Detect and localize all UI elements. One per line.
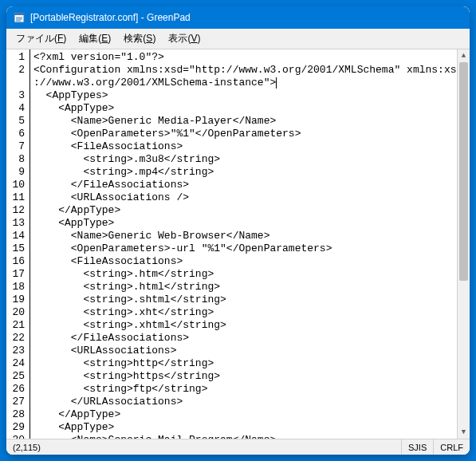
code-line[interactable]: </FileAssociations>: [33, 179, 454, 191]
line-number: 9: [10, 166, 25, 179]
app-icon: [13, 11, 26, 24]
code-line[interactable]: <AppType>: [33, 421, 454, 434]
line-number: 15: [10, 242, 25, 255]
line-number: 21: [10, 319, 25, 332]
menu-file[interactable]: ファイル(F): [10, 30, 73, 47]
line-number: 28: [10, 408, 25, 421]
menu-search[interactable]: 検索(S): [117, 30, 162, 47]
code-line[interactable]: <string>.xht</string>: [33, 306, 454, 319]
editor[interactable]: 1234567891011121314151617181920212223242…: [6, 49, 470, 439]
line-number: 24: [10, 357, 25, 370]
status-cursor-position: (2,115): [6, 439, 402, 455]
code-line[interactable]: </AppType>: [33, 204, 454, 217]
line-number: 25: [10, 370, 25, 383]
code-line[interactable]: </AppType>: [33, 408, 454, 421]
window-title: [PortableRegistrator.conf] - GreenPad: [30, 12, 463, 23]
line-number: 19: [10, 294, 25, 306]
code-line[interactable]: <URLAssociations>: [33, 345, 454, 357]
line-number: 26: [10, 383, 25, 396]
code-line[interactable]: <URLAssociations />: [33, 191, 454, 204]
code-area[interactable]: <?xml version="1.0"?><Configuration xmln…: [30, 49, 457, 439]
code-line[interactable]: <?xml version="1.0"?>: [33, 51, 454, 64]
line-number: 14: [10, 230, 25, 242]
code-line[interactable]: <Name>Generic Mail-Program</Name>: [33, 434, 454, 439]
line-number: 23: [10, 345, 25, 357]
vertical-scrollbar[interactable]: ▲ ▼: [457, 49, 470, 439]
code-line[interactable]: <AppType>: [33, 217, 454, 230]
line-number: 30: [10, 434, 25, 439]
code-line[interactable]: ://www.w3.org/2001/XMLSchema-instance">: [33, 77, 454, 89]
line-number: 7: [10, 140, 25, 153]
statusbar: (2,115) SJIS CRLF: [6, 439, 470, 455]
line-number: 11: [10, 191, 25, 204]
line-number: 2: [10, 64, 25, 77]
code-line[interactable]: <FileAssociations>: [33, 255, 454, 268]
code-line[interactable]: <Configuration xmlns:xsd="http://www.w3.…: [33, 64, 454, 77]
line-number: 10: [10, 179, 25, 191]
line-number: 8: [10, 153, 25, 166]
line-number: [10, 77, 25, 89]
code-line[interactable]: </URLAssociations>: [33, 396, 454, 408]
code-line[interactable]: <OpenParameters>"%1"</OpenParameters>: [33, 128, 454, 140]
titlebar[interactable]: [PortableRegistrator.conf] - GreenPad: [6, 6, 470, 29]
menubar: ファイル(F) 編集(E) 検索(S) 表示(V): [6, 29, 470, 49]
line-number: 17: [10, 268, 25, 281]
line-number: 13: [10, 217, 25, 230]
code-line[interactable]: <string>.html</string>: [33, 281, 454, 294]
line-number: 22: [10, 332, 25, 345]
code-line[interactable]: <string>.xhtml</string>: [33, 319, 454, 332]
text-cursor: [276, 77, 277, 89]
code-line[interactable]: <AppTypes>: [33, 89, 454, 102]
menu-view[interactable]: 表示(V): [162, 30, 207, 47]
line-number: 27: [10, 396, 25, 408]
code-line[interactable]: <string>.mp4</string>: [33, 166, 454, 179]
line-number: 18: [10, 281, 25, 294]
code-line[interactable]: <string>.m3u8</string>: [33, 153, 454, 166]
line-number-gutter: 1234567891011121314151617181920212223242…: [6, 49, 30, 439]
code-line[interactable]: <FileAssociations>: [33, 140, 454, 153]
code-line[interactable]: <string>.shtml</string>: [33, 294, 454, 306]
line-number: 3: [10, 89, 25, 102]
menu-edit[interactable]: 編集(E): [73, 30, 117, 47]
code-line[interactable]: <string>.htm</string>: [33, 268, 454, 281]
line-number: 20: [10, 306, 25, 319]
code-line[interactable]: <AppType>: [33, 102, 454, 115]
code-line[interactable]: <Name>Generic Web-Browser</Name>: [33, 230, 454, 242]
code-line[interactable]: <string>http</string>: [33, 357, 454, 370]
svg-rect-1: [14, 13, 24, 15]
line-number: 12: [10, 204, 25, 217]
scroll-thumb[interactable]: [459, 62, 468, 281]
line-number: 5: [10, 115, 25, 128]
code-line[interactable]: <OpenParameters>-url "%1"</OpenParameter…: [33, 242, 454, 255]
line-number: 29: [10, 421, 25, 434]
line-number: 4: [10, 102, 25, 115]
status-line-ending[interactable]: CRLF: [434, 439, 470, 455]
line-number: 1: [10, 51, 25, 64]
scroll-down-arrow-icon[interactable]: ▼: [458, 426, 470, 439]
code-line[interactable]: <string>ftp</string>: [33, 383, 454, 396]
app-window: [PortableRegistrator.conf] - GreenPad ファ…: [6, 6, 470, 455]
scroll-up-arrow-icon[interactable]: ▲: [458, 49, 470, 62]
code-line[interactable]: <string>https</string>: [33, 370, 454, 383]
status-encoding[interactable]: SJIS: [402, 439, 434, 455]
code-line[interactable]: <Name>Generic Media-Player</Name>: [33, 115, 454, 128]
line-number: 16: [10, 255, 25, 268]
code-line[interactable]: </FileAssociations>: [33, 332, 454, 345]
line-number: 6: [10, 128, 25, 140]
scroll-track[interactable]: [458, 62, 470, 426]
